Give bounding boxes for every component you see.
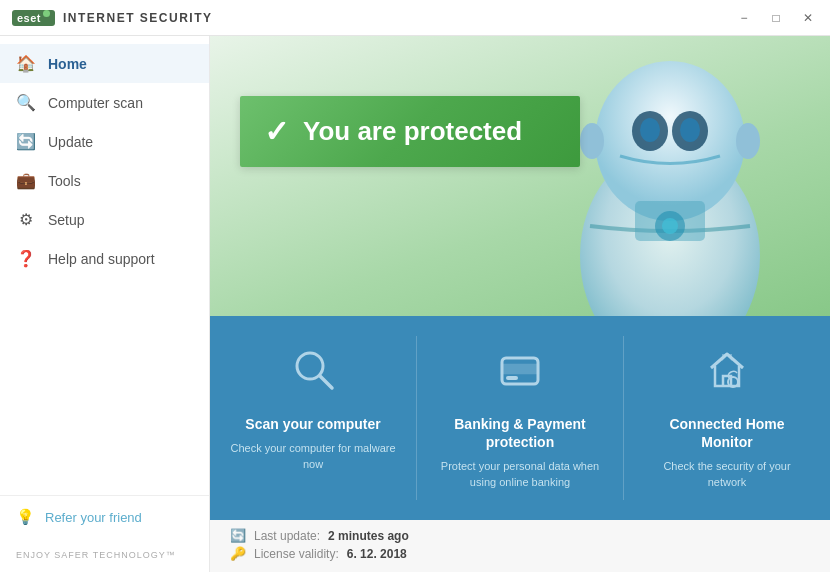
last-update-label: Last update: [254, 529, 320, 543]
svg-line-13 [320, 376, 332, 388]
scan-title: Scan your computer [245, 415, 380, 433]
sidebar-item-tools[interactable]: 💼 Tools [0, 161, 209, 200]
refer-friend-link[interactable]: 💡 Refer your friend [16, 508, 193, 526]
scan-computer-card[interactable]: Scan your computer Check your computer f… [210, 336, 417, 500]
sidebar-item-help-label: Help and support [48, 251, 155, 267]
svg-rect-16 [506, 376, 518, 380]
minimize-button[interactable]: − [730, 7, 758, 29]
sidebar-item-home-label: Home [48, 56, 87, 72]
refer-section: 💡 Refer your friend [0, 495, 209, 542]
scan-icon: 🔍 [16, 93, 36, 112]
refer-label: Refer your friend [45, 510, 142, 525]
last-update-value: 2 minutes ago [328, 529, 409, 543]
titlebar-left: eset INTERNET SECURITY [12, 10, 213, 26]
svg-point-9 [736, 123, 760, 159]
close-button[interactable]: ✕ [794, 7, 822, 29]
check-icon: ✓ [264, 114, 289, 149]
app-title: INTERNET SECURITY [63, 11, 213, 25]
home-monitor-card[interactable]: Connected Home Monitor Check the securit… [624, 336, 830, 500]
refer-icon: 💡 [16, 508, 35, 526]
status-footer: 🔄 Last update: 2 minutes ago 🔑 License v… [210, 520, 830, 569]
sidebar-item-setup-label: Setup [48, 212, 85, 228]
home-icon: 🏠 [16, 54, 36, 73]
scan-desc: Check your computer for malware now [230, 441, 396, 472]
sidebar-item-update[interactable]: 🔄 Update [0, 122, 209, 161]
svg-rect-15 [502, 365, 538, 373]
scan-computer-icon [289, 346, 337, 403]
last-update-row: 🔄 Last update: 2 minutes ago [230, 528, 810, 543]
eset-badge: eset [12, 10, 55, 26]
protected-banner: ✓ You are protected [240, 96, 580, 167]
bottom-action-bar: Scan your computer Check your computer f… [210, 316, 830, 520]
sidebar-item-setup[interactable]: ⚙ Setup [0, 200, 209, 239]
hero-section: ✓ You are protected [210, 36, 830, 316]
eset-logo: eset [12, 10, 55, 26]
svg-point-5 [640, 118, 660, 142]
tools-icon: 💼 [16, 171, 36, 190]
home-monitor-title: Connected Home Monitor [644, 415, 810, 451]
robot-image [510, 36, 830, 316]
protected-text: You are protected [303, 116, 522, 147]
update-icon: 🔄 [16, 132, 36, 151]
svg-point-6 [680, 118, 700, 142]
setup-icon: ⚙ [16, 210, 36, 229]
sidebar-item-tools-label: Tools [48, 173, 81, 189]
titlebar-controls: − □ ✕ [730, 7, 822, 29]
titlebar: eset INTERNET SECURITY − □ ✕ [0, 0, 830, 36]
banking-card[interactable]: Banking & Payment protection Protect you… [417, 336, 624, 500]
main-layout: 🏠 Home 🔍 Computer scan 🔄 Update 💼 Tools … [0, 36, 830, 572]
home-monitor-desc: Check the security of your network [644, 459, 810, 490]
tagline: ENJOY SAFER TECHNOLOGY™ [0, 542, 209, 572]
sidebar-spacer [0, 278, 209, 495]
banking-title: Banking & Payment protection [437, 415, 603, 451]
banking-desc: Protect your personal data when using on… [437, 459, 603, 490]
update-status-icon: 🔄 [230, 528, 246, 543]
license-row: 🔑 License validity: 6. 12. 2018 [230, 546, 810, 561]
sidebar: 🏠 Home 🔍 Computer scan 🔄 Update 💼 Tools … [0, 36, 210, 572]
sidebar-item-help[interactable]: ❓ Help and support [0, 239, 209, 278]
license-value: 6. 12. 2018 [347, 547, 407, 561]
content-area: ✓ You are protected Scan your computer C… [210, 36, 830, 572]
maximize-button[interactable]: □ [762, 7, 790, 29]
license-status-icon: 🔑 [230, 546, 246, 561]
sidebar-item-home[interactable]: 🏠 Home [0, 44, 209, 83]
sidebar-item-scan-label: Computer scan [48, 95, 143, 111]
home-monitor-icon [703, 346, 751, 403]
license-label: License validity: [254, 547, 339, 561]
banking-icon [496, 346, 544, 403]
sidebar-item-update-label: Update [48, 134, 93, 150]
svg-point-2 [595, 61, 745, 221]
svg-point-8 [580, 123, 604, 159]
sidebar-item-computer-scan[interactable]: 🔍 Computer scan [0, 83, 209, 122]
svg-point-11 [662, 218, 678, 234]
sidebar-nav: 🏠 Home 🔍 Computer scan 🔄 Update 💼 Tools … [0, 44, 209, 278]
help-icon: ❓ [16, 249, 36, 268]
